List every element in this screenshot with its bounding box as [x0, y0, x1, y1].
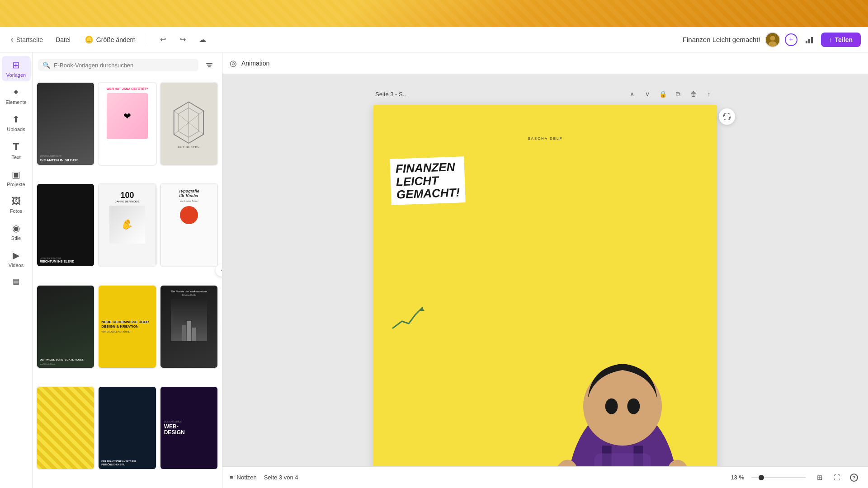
page-3-move-down-button[interactable]: ∨: [641, 88, 654, 100]
svg-rect-5: [811, 37, 813, 43]
zoom-percentage: 13 %: [731, 474, 744, 481]
coin-icon: 🪙: [85, 35, 94, 44]
template-card-11[interactable]: DER PRAKTISCHE ANSATZ FÜR PERSÖNLICHEN S…: [98, 386, 156, 470]
card-5-number: 100: [120, 191, 134, 200]
sidebar-item-fotos[interactable]: 🖼 Fotos: [2, 192, 31, 217]
card-9-art: [171, 299, 207, 342]
help-button[interactable]: ?: [847, 471, 861, 484]
svg-rect-16: [192, 328, 196, 341]
template-card-5-content: 100 JAHRE DER MODE ✋: [99, 184, 156, 266]
card-5-title: JAHRE DER MODE: [115, 200, 139, 203]
template-card-3[interactable]: FUTURISTEN: [160, 82, 218, 166]
template-card-8-content: NEUE GEHEIMNISSE ÜBER DESIGN & KREATION …: [99, 286, 156, 368]
card-2-title: WER HAT JANA GETÖTET?: [106, 87, 148, 90]
template-card-4-content: VON ERIKA BLOOM REICHTUM INS ELEND: [37, 184, 94, 266]
template-card-2[interactable]: WER HAT JANA GETÖTET? ❤: [98, 82, 156, 166]
card-1-title: GIGANTEN IN SILBER: [40, 158, 91, 163]
grid-view-icon: ⊞: [817, 474, 823, 482]
filter-icon: [205, 61, 213, 69]
page-3-move-up-button[interactable]: ∧: [626, 88, 638, 100]
vorlagen-icon: ⊞: [12, 60, 20, 70]
card-7-sub: Von Wilhelm Braun: [40, 363, 91, 365]
cloud-save-button[interactable]: ☁: [195, 33, 210, 47]
sidebar-item-videos[interactable]: ▶ Videos: [2, 246, 31, 272]
svg-rect-22: [594, 454, 651, 466]
canvas-scroll[interactable]: Seite 3 - S.. ∧ ∨ 🔒 ⧉ 🗑 ↑: [222, 74, 868, 466]
card-5-hand: ✋: [109, 206, 145, 244]
template-card-10-content: [37, 387, 94, 469]
sidebar-item-vorlagen[interactable]: ⊞ Vorlagen: [2, 56, 31, 81]
refresh-icon: [723, 113, 731, 120]
svg-point-1: [770, 36, 775, 41]
fullscreen-button[interactable]: ⛶: [830, 471, 844, 484]
search-input-wrapper: 🔍: [38, 59, 198, 71]
notes-button[interactable]: ≡ Notizen: [230, 474, 257, 481]
undo-button[interactable]: ↩: [156, 33, 170, 47]
zoom-slider[interactable]: [751, 477, 806, 478]
share-icon: ↑: [829, 36, 832, 43]
sidebar-item-label-stile: Stile: [11, 235, 21, 241]
card-9-title: Die Poesie der Wolkenkratzer: [171, 290, 207, 293]
template-card-5[interactable]: 100 JAHRE DER MODE ✋: [98, 183, 156, 267]
page-3-arrow-graphic: [391, 305, 427, 334]
sidebar-item-uploads[interactable]: ⬆ Uploads: [2, 110, 31, 136]
template-card-10[interactable]: [36, 386, 95, 470]
refresh-button[interactable]: [719, 108, 735, 125]
sidebar-item-text[interactable]: T Text: [2, 137, 31, 164]
share-button[interactable]: ↑ Teilen: [821, 33, 861, 47]
card-1-series: VON ROLAND REPP: [40, 155, 91, 157]
uploads-icon: ⬆: [12, 114, 20, 125]
size-change-button[interactable]: 🪙 Größe ändern: [80, 33, 141, 46]
animation-bar: ◎ Animation: [222, 52, 868, 74]
back-button[interactable]: ‹ Startseite: [7, 33, 47, 46]
svg-rect-3: [806, 41, 807, 43]
filter-button[interactable]: [202, 58, 217, 72]
fotos-icon: 🖼: [12, 196, 21, 206]
page-3-copy-button[interactable]: ⧉: [672, 88, 684, 100]
svg-point-21: [627, 399, 640, 414]
template-card-12[interactable]: DESIGN SERIES WEB-DESIGN: [160, 386, 218, 470]
stats-button[interactable]: [802, 33, 816, 47]
page-3-canvas[interactable]: SASCHA DELP FINANZEN LEICHT GEMACHT!: [373, 105, 717, 466]
sidebar-item-stile[interactable]: ◉ Stile: [2, 219, 31, 244]
template-card-1[interactable]: VON ROLAND REPP GIGANTEN IN SILBER: [36, 82, 95, 166]
card-7-bg: DER WILDE VERSTECKTE FLUSS Von Wilhelm B…: [37, 286, 94, 368]
sidebar-item-label-projekte: Projekte: [7, 182, 25, 187]
page-3-actions: ∧ ∨ 🔒 ⧉ 🗑 ↑: [626, 88, 715, 100]
card-6-title: Typografiefür Kinder: [179, 189, 199, 198]
grid-view-button[interactable]: ⊞: [813, 471, 826, 484]
search-icon: 🔍: [42, 61, 50, 69]
file-menu-button[interactable]: Datei: [52, 34, 74, 45]
page-3-section: Seite 3 - S.. ∧ ∨ 🔒 ⧉ 🗑 ↑: [373, 88, 717, 466]
add-collaborator-button[interactable]: +: [785, 33, 797, 46]
sidebar-item-label-text: Text: [11, 155, 20, 160]
sidebar-item-label-fotos: Fotos: [10, 208, 23, 214]
page-3-share-button[interactable]: ↑: [703, 88, 715, 100]
bottom-bar: ≡ Notizen Seite 3 von 4 13 % ⊞ ⛶: [222, 466, 868, 488]
card-4-bg: VON ERIKA BLOOM REICHTUM INS ELEND: [37, 184, 94, 266]
page-3-author: SASCHA DELP: [528, 136, 563, 141]
template-card-9[interactable]: Die Poesie der Wolkenkratzer Kristina Co…: [160, 285, 218, 369]
svg-rect-6: [206, 63, 212, 64]
card-6-circle: [180, 206, 198, 224]
template-card-6[interactable]: Typografiefür Kinder Von Louise Braun: [160, 183, 218, 267]
sidebar-item-pattern[interactable]: ▤: [2, 273, 31, 289]
search-input[interactable]: [54, 62, 194, 69]
page-3-delete-button[interactable]: 🗑: [687, 88, 700, 100]
card-3-geometric: [167, 99, 210, 146]
template-card-7[interactable]: DER WILDE VERSTECKTE FLUSS Von Wilhelm B…: [36, 285, 95, 369]
zoom-thumb[interactable]: [759, 475, 764, 480]
sidebar-item-elemente[interactable]: ✦ Elemente: [2, 83, 31, 108]
card-8-bg: NEUE GEHEIMNISSE ÜBER DESIGN & KREATION …: [99, 286, 156, 368]
share-label: Teilen: [835, 36, 853, 43]
template-card-12-content: DESIGN SERIES WEB-DESIGN: [160, 387, 217, 469]
sidebar-item-projekte[interactable]: ▣ Projekte: [2, 165, 31, 191]
animation-label[interactable]: Animation: [241, 60, 269, 67]
template-card-8[interactable]: NEUE GEHEIMNISSE ÜBER DESIGN & KREATION …: [98, 285, 156, 369]
user-avatar[interactable]: [765, 32, 780, 47]
page-3-lock-button[interactable]: 🔒: [656, 88, 669, 100]
svg-point-20: [605, 399, 618, 414]
projekte-icon: ▣: [12, 169, 20, 180]
template-card-4[interactable]: VON ERIKA BLOOM REICHTUM INS ELEND: [36, 183, 95, 267]
redo-button[interactable]: ↪: [175, 33, 190, 47]
